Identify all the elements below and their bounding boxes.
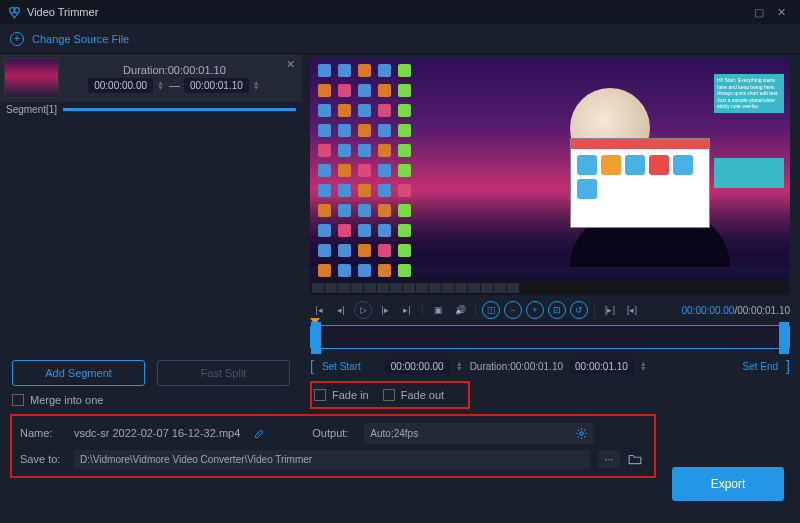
fade-out-label: Fade out <box>401 389 444 401</box>
bracket-right-icon: ] <box>786 358 790 374</box>
undo-icon[interactable]: ↺ <box>570 301 588 319</box>
trim-end-stepper[interactable]: ▲▼ <box>640 361 648 371</box>
prev-frame-icon[interactable]: ◂| <box>332 301 350 319</box>
fade-out-checkbox[interactable]: Fade out <box>383 389 444 401</box>
add-segment-button[interactable]: Add Segment <box>12 360 145 386</box>
zoom-in-icon[interactable]: + <box>526 301 544 319</box>
segment-duration-label: Duration:00:00:01.10 <box>123 64 226 76</box>
playback-controls: |◂ ◂| ▷ |▸ ▸| ▣ 🔊 ◫ − + ⊡ ↺ [▸] [◂] 00:0… <box>310 295 790 321</box>
trim-start-handle[interactable] <box>311 322 321 354</box>
segment-row[interactable]: Duration:00:00:01.10 00:00:00.00 ▲▼ — 00… <box>0 54 302 102</box>
checkbox-icon <box>314 389 326 401</box>
merge-label: Merge into one <box>30 394 103 406</box>
checkbox-icon <box>12 394 24 406</box>
browse-button[interactable]: ··· <box>598 450 620 468</box>
segment-thumbnail[interactable] <box>4 58 59 98</box>
svg-point-2 <box>580 431 583 434</box>
fade-in-checkbox[interactable]: Fade in <box>314 389 369 401</box>
add-source-icon[interactable]: + <box>10 32 24 46</box>
maximize-button[interactable]: ▢ <box>748 6 770 19</box>
edit-name-icon[interactable] <box>254 427 266 439</box>
set-start-button[interactable]: Set Start <box>320 361 363 372</box>
segments-panel: Duration:00:00:01.10 00:00:00.00 ▲▼ — 00… <box>0 54 302 412</box>
next-frame-icon[interactable]: |▸ <box>376 301 394 319</box>
merge-checkbox[interactable]: Merge into one <box>12 394 290 406</box>
checkbox-icon <box>383 389 395 401</box>
gear-icon[interactable] <box>575 427 588 440</box>
close-window-button[interactable]: ✕ <box>770 6 792 19</box>
segment-dash: — <box>169 79 180 91</box>
trim-start-input[interactable]: 00:00:00.00 <box>385 359 450 374</box>
segment-start-stepper[interactable]: ▲▼ <box>157 80 165 90</box>
name-label: Name: <box>20 427 66 439</box>
mark-in-icon[interactable]: [▸] <box>601 301 619 319</box>
output-format-select[interactable]: Auto;24fps <box>364 423 594 444</box>
trim-duration: Duration:00:00:01.10 <box>470 361 563 372</box>
trim-start-stepper[interactable]: ▲▼ <box>456 361 464 371</box>
window-title: Video Trimmer <box>27 6 98 18</box>
sticky-note: Hi! Start. Everything starts here and ke… <box>714 74 784 113</box>
title-bar: Video Trimmer ▢ ✕ <box>0 0 800 24</box>
segment-end-stepper[interactable]: ▲▼ <box>253 80 261 90</box>
app-icon <box>8 6 21 19</box>
segment-duration-column: Duration:00:00:01.10 00:00:00.00 ▲▼ — 00… <box>63 54 286 102</box>
segment-progress[interactable] <box>63 108 296 111</box>
mark-out-icon[interactable]: [◂] <box>623 301 641 319</box>
saveto-label: Save to: <box>20 453 66 465</box>
open-folder-icon[interactable] <box>628 453 646 465</box>
skip-start-icon[interactable]: |◂ <box>310 301 328 319</box>
trim-end-input[interactable]: 00:00:01.10 <box>569 359 634 374</box>
segment-label: Segment[1] <box>6 104 57 115</box>
set-end-button[interactable]: Set End <box>741 361 781 372</box>
split-icon[interactable]: ◫ <box>482 301 500 319</box>
bracket-left-icon: [ <box>310 358 314 374</box>
preview-panel: Hi! Start. Everything starts here and ke… <box>302 54 800 412</box>
video-preview[interactable]: Hi! Start. Everything starts here and ke… <box>310 58 790 295</box>
segment-end-input[interactable]: 00:00:01.10 <box>184 78 249 93</box>
source-bar: + Change Source File <box>0 24 800 54</box>
output-name-value: vsdc-sr 2022-02-07 16-12-32.mp4 <box>74 427 240 439</box>
export-button[interactable]: Export <box>672 467 784 501</box>
fast-split-button[interactable]: Fast Split <box>157 360 290 386</box>
change-source-link[interactable]: Change Source File <box>32 33 129 45</box>
segment-start-input[interactable]: 00:00:00.00 <box>88 78 153 93</box>
skip-end-icon[interactable]: ▸| <box>398 301 416 319</box>
timeline[interactable] <box>310 325 790 349</box>
playback-time: 00:00:00.00/00:00:01.10 <box>682 305 790 316</box>
play-button[interactable]: ▷ <box>354 301 372 319</box>
saveto-path-input[interactable]: D:\Vidmore\Vidmore Video Converter\Video… <box>74 450 590 469</box>
fade-options: Fade in Fade out <box>310 381 470 409</box>
output-settings: Name: vsdc-sr 2022-02-07 16-12-32.mp4 Ou… <box>10 414 656 478</box>
zoom-out-icon[interactable]: − <box>504 301 522 319</box>
fade-in-label: Fade in <box>332 389 369 401</box>
segment-label-row: Segment[1] <box>0 102 302 117</box>
trim-end-handle[interactable] <box>779 322 789 354</box>
volume-icon[interactable]: 🔊 <box>451 301 469 319</box>
snapshot-icon[interactable]: ▣ <box>429 301 447 319</box>
segment-close-button[interactable]: ✕ <box>286 54 302 102</box>
output-label: Output: <box>312 427 356 439</box>
zoom-fit-icon[interactable]: ⊡ <box>548 301 566 319</box>
trim-controls-row: [ Set Start 00:00:00.00 ▲▼ Duration:00:0… <box>310 353 790 379</box>
main-area: Duration:00:00:01.10 00:00:00.00 ▲▼ — 00… <box>0 54 800 412</box>
